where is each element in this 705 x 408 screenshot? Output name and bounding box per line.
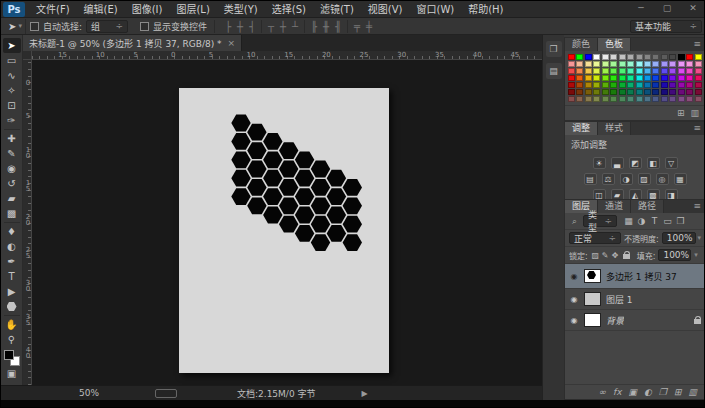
color-swatch[interactable]: [627, 61, 634, 67]
tab-close-icon[interactable]: ×: [228, 38, 236, 48]
color-swatch[interactable]: [695, 96, 702, 102]
align-right-icon[interactable]: ┤: [246, 21, 258, 32]
color-swatch[interactable]: [610, 89, 617, 95]
color-swatch[interactable]: [585, 68, 592, 74]
color-swatch[interactable]: [610, 61, 617, 67]
color-swatch[interactable]: [686, 68, 693, 74]
lasso-tool-icon[interactable]: ∿: [3, 68, 21, 83]
distribute-top-icon[interactable]: ╤: [351, 21, 363, 32]
lock-transparent-icon[interactable]: ▨: [591, 251, 600, 260]
document-tab[interactable]: 未标题-1 @ 50% (多边形 1 拷贝 37, RGB/8) * ×: [23, 35, 242, 51]
filter-smart-objects-icon[interactable]: ❐: [675, 216, 686, 226]
menu-item-4[interactable]: 类型(Y): [217, 1, 265, 18]
adjustments-panel-menu-icon[interactable]: ≡: [693, 122, 705, 135]
color-swatch[interactable]: [644, 75, 651, 81]
color-swatch[interactable]: [652, 82, 659, 88]
color-swatch[interactable]: [678, 96, 685, 102]
lock-paint-icon[interactable]: ✎: [601, 251, 610, 260]
color-swatch[interactable]: [576, 89, 583, 95]
auto-select-checkbox[interactable]: [30, 22, 39, 31]
new-group-icon[interactable]: ❐: [659, 387, 667, 397]
color-lookup-icon[interactable]: ▦: [674, 173, 687, 185]
layer-visibility-eye-icon[interactable]: ◉: [569, 316, 579, 325]
vibrance-icon[interactable]: ▽: [665, 157, 678, 169]
color-swatch[interactable]: [678, 75, 685, 81]
color-swatch[interactable]: [593, 89, 600, 95]
eyedropper-tool-icon[interactable]: ✑: [3, 113, 21, 128]
menu-item-3[interactable]: 图层(L): [169, 1, 216, 18]
distribute-left-icon[interactable]: ╟: [308, 21, 320, 32]
lock-all-icon[interactable]: [623, 251, 630, 259]
color-swatch[interactable]: [652, 68, 659, 74]
layers-tab-1[interactable]: 通道: [598, 200, 631, 213]
levels-icon[interactable]: ▃: [611, 157, 624, 169]
lock-move-icon[interactable]: ✥: [611, 251, 620, 260]
status-flyout-icon[interactable]: ▶: [361, 389, 367, 398]
spot-healing-tool-icon[interactable]: ✚: [3, 131, 21, 146]
layer-visibility-eye-icon[interactable]: ◉: [569, 295, 579, 304]
color-swatch[interactable]: [568, 75, 575, 81]
black-white-icon[interactable]: ◑: [620, 173, 633, 185]
polygon-shape-tool-icon[interactable]: [3, 299, 21, 314]
color-swatch[interactable]: [678, 89, 685, 95]
color-swatch[interactable]: [686, 54, 693, 60]
color-swatch[interactable]: [644, 82, 651, 88]
color-swatch[interactable]: [619, 89, 626, 95]
color-swatch[interactable]: [568, 82, 575, 88]
color-swatch[interactable]: [576, 54, 583, 60]
menu-item-0[interactable]: 文件(F): [29, 1, 77, 18]
show-transform-checkbox[interactable]: [140, 22, 149, 31]
color-swatch[interactable]: [695, 89, 702, 95]
color-swatch[interactable]: [593, 75, 600, 81]
foreground-color-chip[interactable]: [4, 350, 14, 360]
swatches-panel-menu-icon[interactable]: ≡: [693, 38, 705, 51]
color-swatch[interactable]: [619, 75, 626, 81]
color-swatch[interactable]: [669, 96, 676, 102]
new-swatch-icon[interactable]: ⊞: [677, 108, 685, 118]
color-swatch[interactable]: [568, 61, 575, 67]
history-brush-tool-icon[interactable]: ↺: [3, 176, 21, 191]
swatches-tab-1[interactable]: 色板: [598, 38, 631, 51]
color-swatch[interactable]: [627, 75, 634, 81]
color-swatch[interactable]: [627, 82, 634, 88]
color-swatch[interactable]: [602, 75, 609, 81]
adjustments-tab-1[interactable]: 样式: [598, 122, 631, 135]
color-swatch[interactable]: [576, 61, 583, 67]
gradient-tool-icon[interactable]: ▩: [3, 206, 21, 221]
color-swatch[interactable]: [576, 96, 583, 102]
color-swatch[interactable]: [602, 68, 609, 74]
color-swatch[interactable]: [669, 89, 676, 95]
delete-layer-icon[interactable]: ▥: [688, 387, 697, 397]
canvas-viewport[interactable]: [32, 60, 542, 385]
exposure-icon[interactable]: ◧: [647, 157, 660, 169]
new-adjustment-icon[interactable]: ◐: [644, 387, 652, 397]
align-left-icon[interactable]: ├: [222, 21, 234, 32]
color-swatch[interactable]: [636, 89, 643, 95]
distribute-bottom-icon[interactable]: ╪: [363, 21, 375, 32]
menu-item-1[interactable]: 编辑(E): [77, 1, 125, 18]
filter-shape-layers-icon[interactable]: ▭: [662, 216, 673, 226]
minimize-button[interactable]: ─: [632, 2, 650, 15]
color-swatch[interactable]: [585, 75, 592, 81]
color-swatch[interactable]: [568, 96, 575, 102]
color-swatch[interactable]: [652, 54, 659, 60]
zoom-level-field[interactable]: 50%: [79, 388, 99, 398]
color-swatch[interactable]: [669, 75, 676, 81]
history-panel-icon[interactable]: ❐: [546, 41, 562, 57]
auto-select-dropdown[interactable]: 组 ÷: [86, 20, 128, 33]
color-swatch[interactable]: [678, 68, 685, 74]
layer-style-icon[interactable]: fx: [613, 387, 622, 397]
color-swatch[interactable]: [661, 96, 668, 102]
close-button[interactable]: ✕: [684, 2, 702, 15]
color-swatch[interactable]: [610, 75, 617, 81]
color-balance-icon[interactable]: ⚖: [602, 173, 615, 185]
color-swatch[interactable]: [636, 96, 643, 102]
move-tool-icon[interactable]: ➤: [3, 38, 21, 53]
channel-mixer-icon[interactable]: ◎: [656, 173, 669, 185]
color-swatch[interactable]: [627, 54, 634, 60]
layer-row[interactable]: ◉图层 1: [565, 289, 705, 310]
clone-stamp-tool-icon[interactable]: ◉: [3, 161, 21, 176]
workspace-switcher[interactable]: 基本功能 ÷: [630, 20, 702, 33]
color-swatch[interactable]: [585, 82, 592, 88]
brightness-contrast-icon[interactable]: ☀: [593, 157, 606, 169]
